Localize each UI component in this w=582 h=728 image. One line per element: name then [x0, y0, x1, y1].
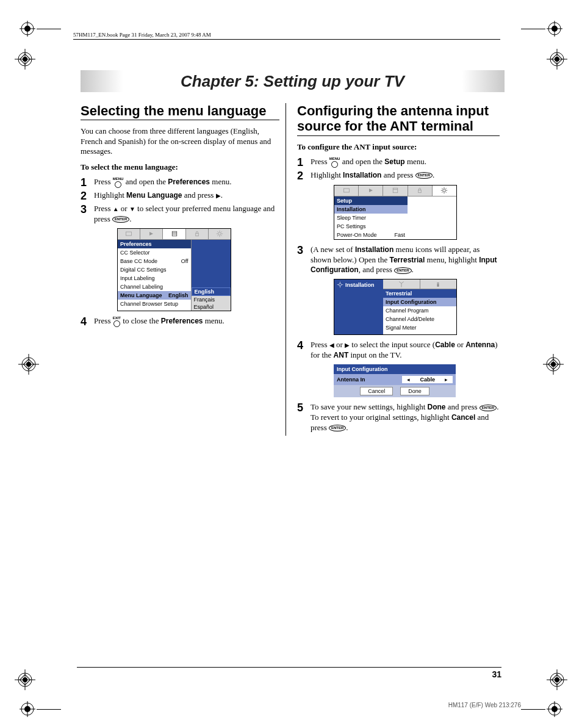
osd-title: Preferences — [118, 240, 191, 248]
down-arrow-icon: ▼ — [129, 206, 135, 212]
input-label: Antenna In — [337, 377, 402, 383]
info-icon — [420, 279, 457, 289]
step-text: Press MENU and open the Setup menu. — [311, 157, 500, 168]
step-number: 2 — [81, 190, 94, 201]
osd-tab-icon — [118, 229, 140, 239]
menu-button-icon: MENU — [113, 177, 124, 188]
intro-text: You can choose from three different lang… — [81, 126, 279, 156]
svg-line-58 — [221, 236, 222, 237]
manual-page: 57HM117_EN.book Page 31 Friday, March 23… — [0, 0, 582, 728]
osd-row-selected: Installation — [334, 205, 408, 214]
osd-row-selected: Menu LanguageEnglish — [118, 291, 191, 300]
osd-button-row: Cancel Done — [334, 385, 456, 397]
svg-line-74 — [446, 188, 447, 189]
input-selector: ◂ Cable ▸ — [402, 376, 453, 383]
enter-button-icon: ENTER — [329, 425, 346, 431]
left-arrow-icon: ◂ — [407, 377, 410, 383]
svg-point-52 — [218, 232, 221, 236]
osd-installation: Installation Terrestrial Input Configura… — [334, 279, 457, 335]
step-text: Highlight Menu Language and press ▶. — [94, 190, 279, 201]
step-number: 3 — [297, 245, 311, 256]
svg-rect-48 — [172, 232, 177, 237]
osd-option: Français — [192, 296, 231, 303]
step-number: 5 — [297, 402, 311, 413]
step-r1: 1 Press MENU and open the Setup menu. — [297, 157, 500, 168]
step-r2: 2 Highlight Installation and press ENTER… — [297, 170, 500, 181]
osd-tab-icon — [186, 229, 209, 239]
page-number: 31 — [492, 669, 501, 679]
step-r4: 4 Press ◀ or ▶ to select the input sourc… — [297, 340, 500, 361]
osd-tabs — [334, 186, 456, 196]
exit-button-icon: EXIT — [113, 316, 121, 327]
svg-line-81 — [399, 281, 401, 283]
osd-row: Base CC ModeOff — [118, 257, 191, 265]
svg-point-66 — [443, 189, 446, 192]
osd-row: Channel Add/Delete — [383, 315, 456, 323]
osd-row: Channel Labeling — [118, 283, 191, 291]
step-text: To save your new settings, highlight Don… — [311, 402, 500, 433]
gear-icon — [337, 281, 343, 288]
osd-header: Input Configuration — [334, 364, 456, 374]
osd-tab-icon — [163, 229, 185, 239]
osd-title: Setup — [334, 196, 408, 205]
enter-button-icon: ENTER — [480, 405, 497, 411]
osd-tabs — [118, 229, 231, 240]
osd-input-config: Input Configuration Antenna In ◂ Cable ▸… — [334, 364, 456, 397]
osd-tab-icon — [140, 229, 163, 239]
osd-tab-icon — [359, 186, 383, 196]
svg-line-71 — [442, 188, 444, 189]
step-number: 4 — [297, 340, 311, 351]
osd-option: Español — [192, 303, 231, 311]
osd-row: Channel Program — [383, 306, 456, 315]
svg-rect-65 — [419, 190, 422, 193]
step-2: 2 Highlight Menu Language and press ▶. — [81, 190, 279, 201]
svg-point-75 — [339, 284, 341, 286]
crop-mark-icon — [20, 21, 35, 37]
step-text: Press MENU and open the Preferences menu… — [94, 177, 279, 188]
svg-rect-46 — [126, 232, 132, 236]
step-number: 1 — [81, 177, 94, 188]
section-heading-left: Selecting the menu language — [81, 103, 279, 120]
subheading-left: To select the menu language: — [81, 162, 279, 172]
crop-mark-icon — [547, 669, 567, 690]
step-4: 4 Press EXIT to close the Preferences me… — [81, 316, 279, 327]
crop-mark-icon — [18, 354, 39, 375]
step-3: 3 Press ▲ or ▼ to select your preferred … — [81, 204, 279, 225]
crop-mark-icon — [547, 21, 562, 37]
osd-row: CC Selector — [118, 248, 191, 257]
enter-button-icon: ENTER — [394, 267, 411, 274]
crop-mark-icon — [15, 669, 35, 690]
svg-rect-61 — [343, 189, 349, 192]
step-text: Press ▲ or ▼ to select your preferred me… — [94, 204, 279, 225]
osd-tab-icon — [383, 186, 408, 196]
input-value: Cable — [420, 377, 435, 383]
step-r3: 3 (A new set of Installation menu icons … — [297, 245, 500, 276]
step-number: 1 — [297, 157, 311, 168]
step-1: 1 Press MENU and open the Preferences me… — [81, 177, 279, 188]
content-area: Chapter 5: Setting up your TV Selecting … — [81, 70, 505, 436]
osd-row-selected: Input Configuration — [383, 298, 456, 306]
svg-line-82 — [401, 281, 404, 283]
crop-mark-icon — [547, 49, 567, 70]
step-number: 2 — [297, 170, 311, 181]
section-heading-right: Configuring the antenna input source for… — [297, 103, 500, 136]
crop-mark-icon — [547, 701, 562, 717]
svg-rect-83 — [437, 283, 439, 284]
osd-option-selected: English — [192, 287, 231, 296]
svg-line-73 — [442, 192, 444, 193]
bookmark-text: 57HM117_EN.book Page 31 Friday, March 23… — [73, 32, 211, 38]
osd-row: Input Labeling — [118, 274, 191, 283]
osd-tab-icon — [334, 186, 359, 196]
install-tab-active: Installation — [334, 279, 383, 290]
bookmark-header: 57HM117_EN.book Page 31 Friday, March 23… — [73, 32, 500, 40]
crop-mark-icon — [20, 701, 35, 717]
svg-line-60 — [221, 232, 222, 233]
left-arrow-icon: ◀ — [329, 342, 334, 348]
osd-row: Power-On ModeFast — [334, 231, 408, 239]
step-text: (A new set of Installation menu icons wi… — [311, 245, 500, 276]
step-text: Press ◀ or ▶ to select the input source … — [311, 340, 500, 361]
antenna-icon — [383, 279, 420, 289]
osd-row: Sleep Timer — [334, 214, 408, 222]
osd-row: Digital CC Settings — [118, 265, 191, 274]
crop-mark-icon — [543, 354, 564, 375]
